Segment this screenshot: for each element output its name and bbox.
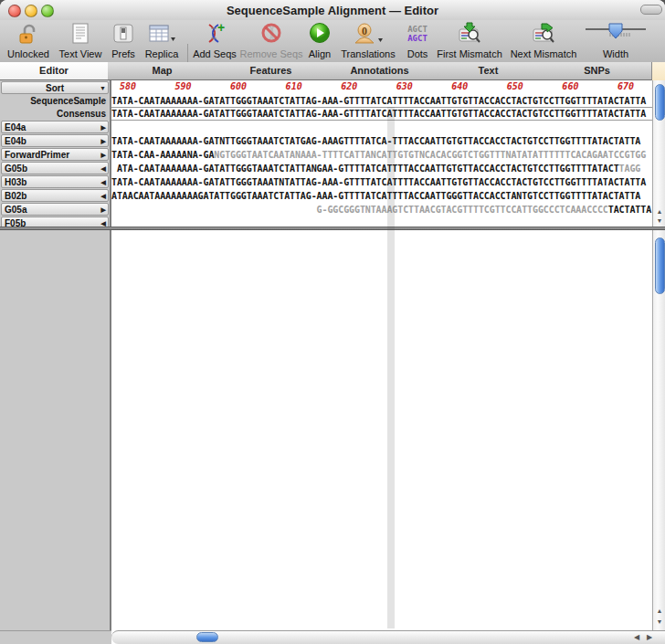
sidebar-item-g05b[interactable]: G05b◀ (1, 162, 109, 174)
sequence-segment: NGTGGGTAATCAATANAAA-TTTTCATTANCATTGTGTNC… (214, 150, 646, 160)
sequence-segment: TATA-CAATAAAAAAA-GATATTGGGTAAATCTATTAG-A… (111, 96, 646, 106)
tab-bar: EditorMapFeaturesAnnotationsTextSNPs (0, 62, 665, 81)
sequence-segment: TACTATTA (608, 205, 651, 215)
chromatogram-vertical-scrollbar[interactable]: ▲ ▼ (652, 230, 665, 630)
chromatogram-sidebar (0, 230, 110, 630)
next-mismatch-button[interactable]: Next Mismatch (506, 20, 581, 62)
scroll-left-icon[interactable]: ◀ (634, 633, 639, 641)
svg-text:+: + (217, 22, 225, 35)
replica-button[interactable]: Replica (141, 20, 183, 62)
horizontal-scrollbar-thumb[interactable] (196, 632, 218, 642)
read-name-label: H03b (5, 177, 26, 187)
preferences-icon (111, 22, 135, 46)
toolbar-toggle-button[interactable] (640, 5, 662, 15)
translations-button[interactable]: 0 Translations (334, 20, 402, 62)
scroll-down-icon[interactable]: ▼ (653, 216, 665, 226)
chromatogram-scrollbar-thumb[interactable] (655, 238, 665, 294)
sidebar-item-consensus[interactable]: Consensus (0, 108, 106, 120)
sidebar-item-forwardprimer[interactable]: ForwardPrimer▶ (1, 148, 109, 161)
unlocked-button[interactable]: Unlocked (2, 20, 55, 62)
ruler-number: 590 (175, 81, 192, 91)
read-direction-left-icon: ◀ (101, 176, 106, 188)
first-mismatch-button[interactable]: First Mismatch (433, 20, 506, 62)
app-window: SequenceSample Alignment — Editor Unlock… (0, 0, 665, 644)
first-mismatch-icon (456, 22, 483, 46)
sequence-segment: ATAACAATAAAAAAAAGATATTGGGTAAATCTATTAG-AA… (111, 191, 640, 201)
read-direction-right-icon: ▶ (101, 135, 106, 147)
alignment-text-panel[interactable]: 580590600610620630640650660670TATA-CAATA… (111, 80, 652, 227)
scroll-right-icon[interactable]: ▶ (647, 633, 652, 641)
read-name-label: G05b (5, 164, 27, 174)
alignment-row-g05a[interactable]: G-GGCGGGTNTAAAGTCTTAACGTACGTTTTCGTTCCATT… (111, 204, 652, 216)
sidebar-item-g05a[interactable]: G05a▶ (1, 203, 109, 216)
width-slider-icon (583, 22, 649, 42)
alignment-row-g05b[interactable]: ATA-CAATAAAAAAA-GATATTGGGTAAATCTATTANGAA… (111, 163, 652, 174)
horizontal-scrollbar[interactable] (111, 630, 665, 644)
read-name-label: E04a (5, 122, 26, 132)
tab-map[interactable]: Map (108, 62, 217, 80)
tab-editor[interactable]: Editor (0, 62, 109, 80)
sidebar-item-e04b[interactable]: E04b▶ (1, 134, 109, 147)
sidebar-item-b02b[interactable]: B02b◀ (1, 189, 109, 202)
text-view-button[interactable]: Text View (55, 20, 106, 62)
window-title: SequenceSample Alignment — Editor (0, 4, 665, 17)
scroll-down-icon[interactable]: ▼ (653, 618, 665, 627)
toolbar: Unlocked Text View Prefs (0, 20, 665, 63)
document-icon (69, 22, 91, 46)
text-vertical-scrollbar[interactable]: ▲ ▼ (652, 80, 665, 227)
alignment-row-b02b[interactable]: ATAACAATAAAAAAAAGATATTGGGTAAATCTATTAG-AA… (111, 190, 652, 202)
sidebar-item-h03b[interactable]: H03b◀ (1, 175, 109, 188)
add-seqs-button[interactable]: + Add Seqs (192, 20, 238, 62)
alignment-row-f05b[interactable] (111, 217, 652, 227)
sequence-segment: TATA-CAATAAAAAAA-GATATTGGGTAAATNTATTAG-A… (111, 177, 646, 187)
prefs-button[interactable]: Prefs (106, 20, 141, 62)
tab-snps[interactable]: SNPs (543, 62, 652, 80)
alignment-row-e04b[interactable]: TATA-CAATAAAAAAA-GATNTTGGGTAAATCTATGAG-A… (111, 135, 652, 147)
tab-text[interactable]: Text (434, 62, 544, 80)
translations-icon: 0 (350, 22, 386, 46)
text-scrollbar-thumb[interactable] (655, 84, 665, 121)
tab-features[interactable]: Features (216, 62, 326, 80)
ruler-number: 650 (507, 81, 523, 91)
align-play-icon (308, 22, 332, 46)
sequence-segment: ATA-CAATAAAAAAA-GATATTGGGTAAATCTATTANGAA… (111, 164, 619, 174)
selected-column-band (387, 107, 395, 628)
sequence-segment: TATA-CAA-AAAAANA-GA (111, 150, 214, 160)
ruler-number: 580 (120, 81, 136, 91)
sequence-segment: G-GGCGGGTNTAAAGTCTTAACGTACGTTTTCGTTCCATT… (111, 205, 608, 215)
read-direction-left-icon: ◀ (101, 190, 106, 202)
chevron-down-icon: ▼ (100, 82, 106, 94)
alignment-row-e04a[interactable] (111, 121, 652, 133)
ruler-number: 640 (451, 81, 468, 91)
unlock-icon (16, 22, 40, 46)
read-name-label: B02b (5, 191, 26, 201)
remove-sequences-icon (259, 22, 283, 46)
sidebar-item-e04a[interactable]: E04a▶ (1, 121, 109, 133)
scroll-up-icon[interactable]: ▲ (653, 207, 665, 216)
dots-button[interactable]: AGCT AGCT Dots (402, 20, 433, 62)
dots-icon: AGCT AGCT (407, 25, 428, 43)
scroll-up-icon[interactable]: ▲ (653, 607, 665, 616)
alignment-row-forwardprimer[interactable]: TATA-CAA-AAAAANA-GANGTGGGTAATCAATANAAA-T… (111, 149, 652, 161)
sort-button[interactable]: Sort▼ (1, 81, 109, 94)
sidebar-divider (110, 230, 111, 630)
read-direction-right-icon: ▶ (101, 204, 106, 216)
add-sequences-icon: + (202, 22, 227, 46)
alignment-row-sequencesample[interactable]: TATA-CAATAAAAAAA-GATATTGGGTAAATCTATTAG-A… (111, 95, 652, 108)
width-slider[interactable]: Width (581, 20, 650, 62)
svg-text:0: 0 (362, 25, 367, 37)
bottom-left-corner (0, 630, 111, 644)
read-direction-right-icon: ▶ (101, 149, 106, 161)
ruler-number: 620 (341, 81, 357, 91)
read-name-label: E04b (5, 136, 26, 146)
alignment-row-h03b[interactable]: TATA-CAATAAAAAAA-GATATTGGGTAAATNTATTAG-A… (111, 176, 652, 188)
ruler-number: 630 (396, 81, 413, 91)
remove-seqs-button: Remove Seqs (238, 20, 305, 62)
sidebar-item-sequencesample[interactable]: SequenceSample (0, 95, 106, 107)
alignment-row-consensus[interactable]: TATA-CAATAAAAAAA-GATATTGGGTAAATCTATTAG-A… (111, 108, 652, 121)
read-name-label: ForwardPrimer (5, 150, 69, 160)
chromatogram-area (0, 230, 665, 630)
align-button[interactable]: Align (305, 20, 334, 62)
title-bar: SequenceSample Alignment — Editor (0, 0, 665, 21)
tab-annotations[interactable]: Annotations (325, 62, 435, 80)
